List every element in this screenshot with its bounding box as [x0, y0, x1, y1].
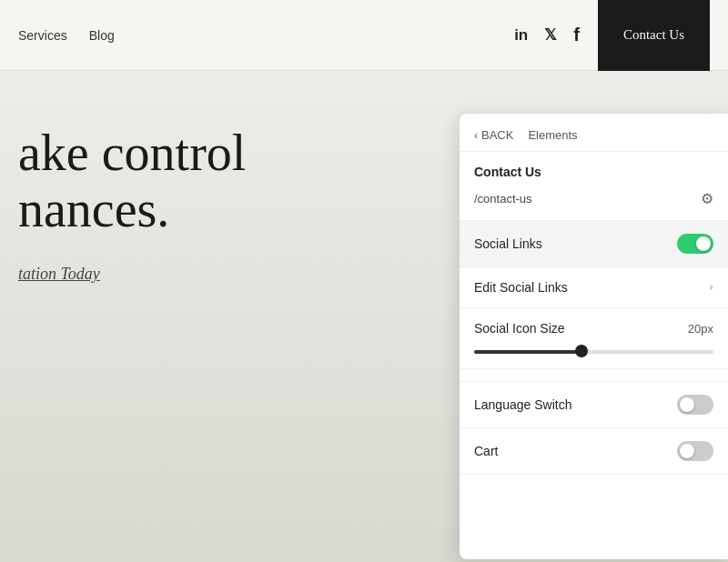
language-switch-toggle[interactable] — [677, 395, 713, 415]
icon-size-slider-row[interactable] — [460, 341, 728, 369]
nav-bar: Services Blog in 𝕏 f Contact Us — [0, 0, 728, 71]
chevron-left-icon: ‹ — [474, 129, 478, 142]
icon-size-row: Social Icon Size 20px — [460, 308, 728, 341]
social-links-label: Social Links — [474, 236, 542, 251]
panel-header: ‹ BACK Elements — [460, 114, 728, 152]
nav-links: Services Blog — [18, 28, 115, 43]
url-row: /contact-us ⚙ — [460, 183, 728, 221]
back-label: BACK — [481, 128, 513, 142]
slider-thumb[interactable] — [575, 345, 588, 357]
back-button[interactable]: ‹ BACK — [474, 128, 513, 142]
slider-fill — [474, 350, 581, 354]
slider-track[interactable] — [474, 350, 713, 354]
twitter-icon[interactable]: 𝕏 — [544, 25, 557, 45]
edit-social-links-row[interactable]: Edit Social Links › — [460, 267, 728, 308]
toggle-thumb — [680, 397, 694, 412]
panel-breadcrumb: Elements — [528, 128, 577, 142]
toggle-thumb — [680, 444, 694, 458]
social-links-row: Social Links — [460, 221, 728, 267]
facebook-icon[interactable]: f — [573, 25, 580, 45]
language-switch-row: Language Switch — [460, 382, 728, 428]
chevron-right-icon: › — [709, 280, 713, 295]
linkedin-icon[interactable]: in — [514, 26, 528, 45]
contact-us-button[interactable]: Contact Us — [598, 0, 710, 71]
gear-icon[interactable]: ⚙ — [701, 190, 713, 207]
url-value: /contact-us — [474, 192, 532, 206]
icon-size-label: Social Icon Size — [474, 321, 565, 336]
panel-section-title: Contact Us — [460, 152, 728, 183]
edit-social-links-label: Edit Social Links — [474, 280, 568, 295]
icon-size-value: 20px — [688, 322, 713, 336]
gap-spacer — [460, 369, 728, 382]
cart-row: Cart — [460, 428, 728, 475]
editor-panel: ‹ BACK Elements Contact Us /contact-us ⚙… — [460, 114, 728, 559]
nav-link-blog[interactable]: Blog — [89, 28, 115, 43]
toggle-thumb — [696, 236, 711, 251]
social-links-toggle[interactable] — [677, 234, 713, 254]
cart-label: Cart — [474, 444, 498, 458]
language-switch-label: Language Switch — [474, 397, 571, 412]
nav-link-services[interactable]: Services — [18, 28, 67, 43]
panel-content[interactable]: Contact Us /contact-us ⚙ Social Links Ed… — [460, 152, 728, 559]
cart-toggle[interactable] — [677, 441, 713, 461]
nav-social-icons: in 𝕏 f — [514, 25, 580, 45]
